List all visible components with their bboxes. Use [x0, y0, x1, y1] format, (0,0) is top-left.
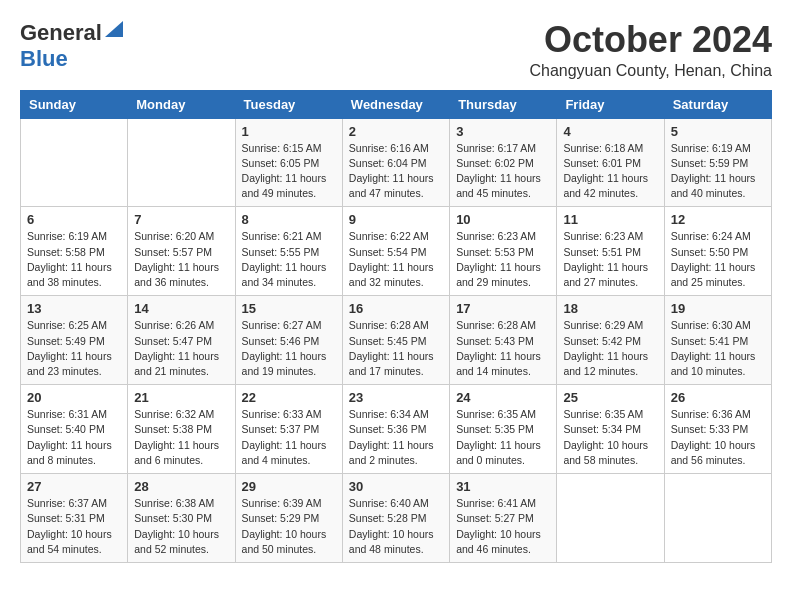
weekday-tuesday: Tuesday: [235, 90, 342, 118]
day-info: Sunrise: 6:37 AM Sunset: 5:31 PM Dayligh…: [27, 496, 121, 557]
calendar-body: 1Sunrise: 6:15 AM Sunset: 6:05 PM Daylig…: [21, 118, 772, 562]
calendar-cell: 11Sunrise: 6:23 AM Sunset: 5:51 PM Dayli…: [557, 207, 664, 296]
day-number: 23: [349, 390, 443, 405]
day-number: 26: [671, 390, 765, 405]
calendar-cell: 25Sunrise: 6:35 AM Sunset: 5:34 PM Dayli…: [557, 385, 664, 474]
calendar-cell: 2Sunrise: 6:16 AM Sunset: 6:04 PM Daylig…: [342, 118, 449, 207]
calendar-cell: 5Sunrise: 6:19 AM Sunset: 5:59 PM Daylig…: [664, 118, 771, 207]
day-number: 14: [134, 301, 228, 316]
calendar-cell: 9Sunrise: 6:22 AM Sunset: 5:54 PM Daylig…: [342, 207, 449, 296]
day-number: 21: [134, 390, 228, 405]
day-info: Sunrise: 6:25 AM Sunset: 5:49 PM Dayligh…: [27, 318, 121, 379]
day-info: Sunrise: 6:39 AM Sunset: 5:29 PM Dayligh…: [242, 496, 336, 557]
day-info: Sunrise: 6:31 AM Sunset: 5:40 PM Dayligh…: [27, 407, 121, 468]
day-info: Sunrise: 6:41 AM Sunset: 5:27 PM Dayligh…: [456, 496, 550, 557]
calendar-cell: 16Sunrise: 6:28 AM Sunset: 5:45 PM Dayli…: [342, 296, 449, 385]
calendar-cell: [21, 118, 128, 207]
weekday-friday: Friday: [557, 90, 664, 118]
calendar-cell: 12Sunrise: 6:24 AM Sunset: 5:50 PM Dayli…: [664, 207, 771, 296]
calendar-cell: 8Sunrise: 6:21 AM Sunset: 5:55 PM Daylig…: [235, 207, 342, 296]
day-info: Sunrise: 6:23 AM Sunset: 5:51 PM Dayligh…: [563, 229, 657, 290]
day-info: Sunrise: 6:22 AM Sunset: 5:54 PM Dayligh…: [349, 229, 443, 290]
calendar-cell: 15Sunrise: 6:27 AM Sunset: 5:46 PM Dayli…: [235, 296, 342, 385]
weekday-sunday: Sunday: [21, 90, 128, 118]
week-row-5: 27Sunrise: 6:37 AM Sunset: 5:31 PM Dayli…: [21, 474, 772, 563]
calendar-cell: 17Sunrise: 6:28 AM Sunset: 5:43 PM Dayli…: [450, 296, 557, 385]
calendar-cell: [557, 474, 664, 563]
calendar-cell: [128, 118, 235, 207]
day-info: Sunrise: 6:23 AM Sunset: 5:53 PM Dayligh…: [456, 229, 550, 290]
day-number: 9: [349, 212, 443, 227]
day-info: Sunrise: 6:32 AM Sunset: 5:38 PM Dayligh…: [134, 407, 228, 468]
day-info: Sunrise: 6:33 AM Sunset: 5:37 PM Dayligh…: [242, 407, 336, 468]
day-info: Sunrise: 6:20 AM Sunset: 5:57 PM Dayligh…: [134, 229, 228, 290]
day-info: Sunrise: 6:24 AM Sunset: 5:50 PM Dayligh…: [671, 229, 765, 290]
page-header: General Blue October 2024 Changyuan Coun…: [20, 20, 772, 80]
logo-blue: Blue: [20, 46, 68, 71]
day-info: Sunrise: 6:19 AM Sunset: 5:58 PM Dayligh…: [27, 229, 121, 290]
day-info: Sunrise: 6:28 AM Sunset: 5:43 PM Dayligh…: [456, 318, 550, 379]
calendar-cell: 6Sunrise: 6:19 AM Sunset: 5:58 PM Daylig…: [21, 207, 128, 296]
day-info: Sunrise: 6:19 AM Sunset: 5:59 PM Dayligh…: [671, 141, 765, 202]
calendar-cell: 20Sunrise: 6:31 AM Sunset: 5:40 PM Dayli…: [21, 385, 128, 474]
month-title: October 2024: [529, 20, 772, 60]
calendar-cell: 24Sunrise: 6:35 AM Sunset: 5:35 PM Dayli…: [450, 385, 557, 474]
day-info: Sunrise: 6:38 AM Sunset: 5:30 PM Dayligh…: [134, 496, 228, 557]
day-number: 5: [671, 124, 765, 139]
calendar-cell: 14Sunrise: 6:26 AM Sunset: 5:47 PM Dayli…: [128, 296, 235, 385]
day-number: 29: [242, 479, 336, 494]
day-number: 15: [242, 301, 336, 316]
calendar-cell: 1Sunrise: 6:15 AM Sunset: 6:05 PM Daylig…: [235, 118, 342, 207]
day-number: 25: [563, 390, 657, 405]
day-number: 18: [563, 301, 657, 316]
day-number: 28: [134, 479, 228, 494]
day-info: Sunrise: 6:34 AM Sunset: 5:36 PM Dayligh…: [349, 407, 443, 468]
logo-arrow: [105, 21, 123, 41]
calendar-cell: 10Sunrise: 6:23 AM Sunset: 5:53 PM Dayli…: [450, 207, 557, 296]
day-number: 3: [456, 124, 550, 139]
day-info: Sunrise: 6:30 AM Sunset: 5:41 PM Dayligh…: [671, 318, 765, 379]
day-number: 6: [27, 212, 121, 227]
weekday-wednesday: Wednesday: [342, 90, 449, 118]
calendar-cell: [664, 474, 771, 563]
day-number: 8: [242, 212, 336, 227]
day-number: 12: [671, 212, 765, 227]
weekday-monday: Monday: [128, 90, 235, 118]
calendar-cell: 23Sunrise: 6:34 AM Sunset: 5:36 PM Dayli…: [342, 385, 449, 474]
day-info: Sunrise: 6:21 AM Sunset: 5:55 PM Dayligh…: [242, 229, 336, 290]
day-number: 2: [349, 124, 443, 139]
logo-general: General: [20, 20, 102, 46]
day-number: 1: [242, 124, 336, 139]
day-info: Sunrise: 6:17 AM Sunset: 6:02 PM Dayligh…: [456, 141, 550, 202]
day-number: 13: [27, 301, 121, 316]
svg-marker-0: [105, 21, 123, 37]
week-row-3: 13Sunrise: 6:25 AM Sunset: 5:49 PM Dayli…: [21, 296, 772, 385]
calendar-cell: 7Sunrise: 6:20 AM Sunset: 5:57 PM Daylig…: [128, 207, 235, 296]
calendar-cell: 30Sunrise: 6:40 AM Sunset: 5:28 PM Dayli…: [342, 474, 449, 563]
day-number: 16: [349, 301, 443, 316]
weekday-saturday: Saturday: [664, 90, 771, 118]
calendar-cell: 4Sunrise: 6:18 AM Sunset: 6:01 PM Daylig…: [557, 118, 664, 207]
day-info: Sunrise: 6:28 AM Sunset: 5:45 PM Dayligh…: [349, 318, 443, 379]
calendar-cell: 21Sunrise: 6:32 AM Sunset: 5:38 PM Dayli…: [128, 385, 235, 474]
calendar-table: SundayMondayTuesdayWednesdayThursdayFrid…: [20, 90, 772, 563]
day-number: 19: [671, 301, 765, 316]
calendar-cell: 13Sunrise: 6:25 AM Sunset: 5:49 PM Dayli…: [21, 296, 128, 385]
day-number: 22: [242, 390, 336, 405]
day-info: Sunrise: 6:36 AM Sunset: 5:33 PM Dayligh…: [671, 407, 765, 468]
calendar-cell: 22Sunrise: 6:33 AM Sunset: 5:37 PM Dayli…: [235, 385, 342, 474]
calendar-cell: 27Sunrise: 6:37 AM Sunset: 5:31 PM Dayli…: [21, 474, 128, 563]
weekday-header-row: SundayMondayTuesdayWednesdayThursdayFrid…: [21, 90, 772, 118]
day-number: 24: [456, 390, 550, 405]
calendar-cell: 29Sunrise: 6:39 AM Sunset: 5:29 PM Dayli…: [235, 474, 342, 563]
location-title: Changyuan County, Henan, China: [529, 62, 772, 80]
day-info: Sunrise: 6:16 AM Sunset: 6:04 PM Dayligh…: [349, 141, 443, 202]
logo: General Blue: [20, 20, 123, 72]
day-info: Sunrise: 6:26 AM Sunset: 5:47 PM Dayligh…: [134, 318, 228, 379]
calendar-cell: 28Sunrise: 6:38 AM Sunset: 5:30 PM Dayli…: [128, 474, 235, 563]
day-info: Sunrise: 6:40 AM Sunset: 5:28 PM Dayligh…: [349, 496, 443, 557]
weekday-thursday: Thursday: [450, 90, 557, 118]
calendar-cell: 26Sunrise: 6:36 AM Sunset: 5:33 PM Dayli…: [664, 385, 771, 474]
day-number: 11: [563, 212, 657, 227]
title-block: October 2024 Changyuan County, Henan, Ch…: [529, 20, 772, 80]
